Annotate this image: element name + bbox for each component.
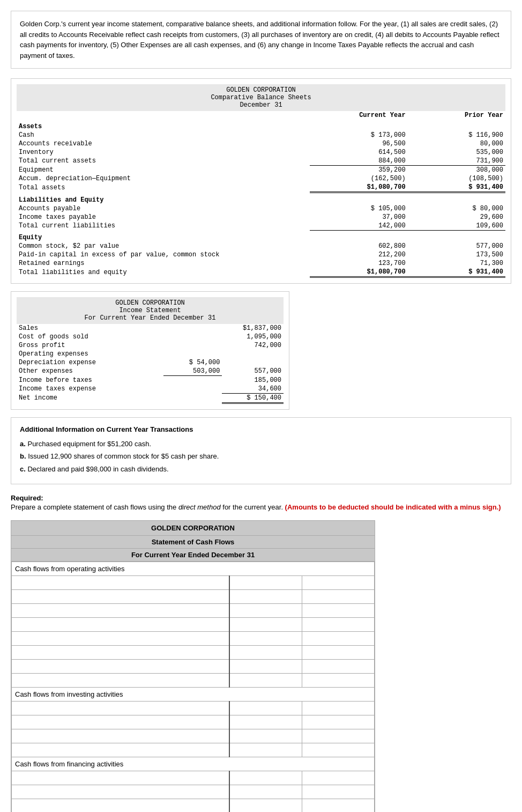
cf-label-input[interactable] (15, 802, 226, 810)
cf-data-row[interactable] (12, 645, 375, 659)
cf-col2-cell[interactable] (229, 785, 302, 799)
cf-data-row[interactable] (12, 715, 375, 729)
cf-col3-cell[interactable] (302, 799, 374, 812)
cf-col2-cell[interactable] (229, 715, 302, 729)
cf-col2-cell[interactable] (229, 645, 302, 659)
cf-col2-input[interactable] (233, 634, 299, 643)
cf-col3-cell[interactable] (302, 743, 374, 757)
cf-label-input[interactable] (15, 746, 226, 754)
cf-data-row[interactable] (12, 785, 375, 799)
cf-col3-cell[interactable] (302, 645, 374, 659)
cf-label-input[interactable] (15, 774, 226, 782)
cf-data-row[interactable] (12, 673, 375, 687)
cf-label-input[interactable] (15, 593, 226, 601)
cf-col2-cell[interactable] (229, 771, 302, 785)
cf-col2-input[interactable] (233, 593, 299, 601)
cf-col3-cell[interactable] (302, 673, 374, 687)
cf-data-row[interactable] (12, 729, 375, 743)
cf-label-input[interactable] (15, 648, 226, 656)
cf-data-row[interactable] (12, 631, 375, 645)
cf-col2-input[interactable] (233, 607, 299, 615)
cf-col2-cell[interactable] (229, 701, 302, 715)
cf-label-input[interactable] (15, 621, 226, 629)
cf-col2-input[interactable] (233, 718, 299, 726)
cf-col3-input[interactable] (305, 676, 371, 684)
cf-row-label[interactable] (12, 603, 229, 617)
cf-col3-input[interactable] (305, 788, 371, 796)
cf-col3-input[interactable] (305, 621, 371, 629)
cf-label-input[interactable] (15, 662, 226, 670)
cf-row-label[interactable] (12, 617, 229, 631)
cf-label-input[interactable] (15, 634, 226, 643)
cf-col3-cell[interactable] (302, 603, 374, 617)
cf-col2-cell[interactable] (229, 659, 302, 673)
cf-label-input[interactable] (15, 607, 226, 615)
cf-data-row[interactable] (12, 743, 375, 757)
cf-row-label[interactable] (12, 575, 229, 589)
cf-col3-cell[interactable] (302, 575, 374, 589)
cf-col2-cell[interactable] (229, 799, 302, 812)
cf-col3-input[interactable] (305, 593, 371, 601)
cf-row-label[interactable] (12, 701, 229, 715)
cf-col3-cell[interactable] (302, 701, 374, 715)
cf-col3-cell[interactable] (302, 785, 374, 799)
cf-label-input[interactable] (15, 718, 226, 726)
cf-label-input[interactable] (15, 732, 226, 740)
cf-data-row[interactable] (12, 659, 375, 673)
cf-col3-input[interactable] (305, 634, 371, 643)
cf-data-row[interactable] (12, 575, 375, 589)
cf-col2-cell[interactable] (229, 729, 302, 743)
cf-data-row[interactable] (12, 603, 375, 617)
cf-col2-input[interactable] (233, 802, 299, 810)
cf-col2-input[interactable] (233, 732, 299, 740)
cf-col3-input[interactable] (305, 802, 371, 810)
cf-label-input[interactable] (15, 788, 226, 796)
cf-col3-cell[interactable] (302, 729, 374, 743)
cf-row-label[interactable] (12, 645, 229, 659)
cf-col3-cell[interactable] (302, 631, 374, 645)
cf-col3-cell[interactable] (302, 589, 374, 603)
cf-data-row[interactable] (12, 617, 375, 631)
cf-col3-input[interactable] (305, 704, 371, 712)
cf-row-label[interactable] (12, 729, 229, 743)
cf-col2-input[interactable] (233, 676, 299, 684)
cf-row-label[interactable] (12, 631, 229, 645)
cf-col2-cell[interactable] (229, 617, 302, 631)
cf-row-label[interactable] (12, 589, 229, 603)
cf-data-row[interactable] (12, 771, 375, 785)
cf-col3-input[interactable] (305, 774, 371, 782)
cf-col3-input[interactable] (305, 746, 371, 754)
cf-col2-input[interactable] (233, 648, 299, 656)
cf-col2-cell[interactable] (229, 603, 302, 617)
cf-row-label[interactable] (12, 715, 229, 729)
cf-col3-input[interactable] (305, 662, 371, 670)
cf-col2-input[interactable] (233, 774, 299, 782)
cf-row-label[interactable] (12, 799, 229, 812)
cf-col3-cell[interactable] (302, 617, 374, 631)
cf-col3-cell[interactable] (302, 715, 374, 729)
cf-row-label[interactable] (12, 673, 229, 687)
cf-col3-input[interactable] (305, 732, 371, 740)
cf-col2-cell[interactable] (229, 743, 302, 757)
cf-col2-input[interactable] (233, 704, 299, 712)
cf-row-label[interactable] (12, 659, 229, 673)
cf-col3-input[interactable] (305, 648, 371, 656)
cf-row-label[interactable] (12, 771, 229, 785)
cf-data-row[interactable] (12, 589, 375, 603)
cf-label-input[interactable] (15, 676, 226, 684)
cf-col2-input[interactable] (233, 579, 299, 587)
cf-col3-input[interactable] (305, 718, 371, 726)
cf-row-label[interactable] (12, 785, 229, 799)
cf-row-label[interactable] (12, 743, 229, 757)
cf-col3-input[interactable] (305, 579, 371, 587)
cf-label-input[interactable] (15, 579, 226, 587)
cf-data-row[interactable] (12, 701, 375, 715)
cf-col2-input[interactable] (233, 621, 299, 629)
cf-col2-cell[interactable] (229, 589, 302, 603)
cf-col2-input[interactable] (233, 746, 299, 754)
cf-data-row[interactable] (12, 799, 375, 812)
cf-col3-cell[interactable] (302, 771, 374, 785)
cf-col3-cell[interactable] (302, 659, 374, 673)
cf-col2-cell[interactable] (229, 631, 302, 645)
cf-col2-cell[interactable] (229, 575, 302, 589)
